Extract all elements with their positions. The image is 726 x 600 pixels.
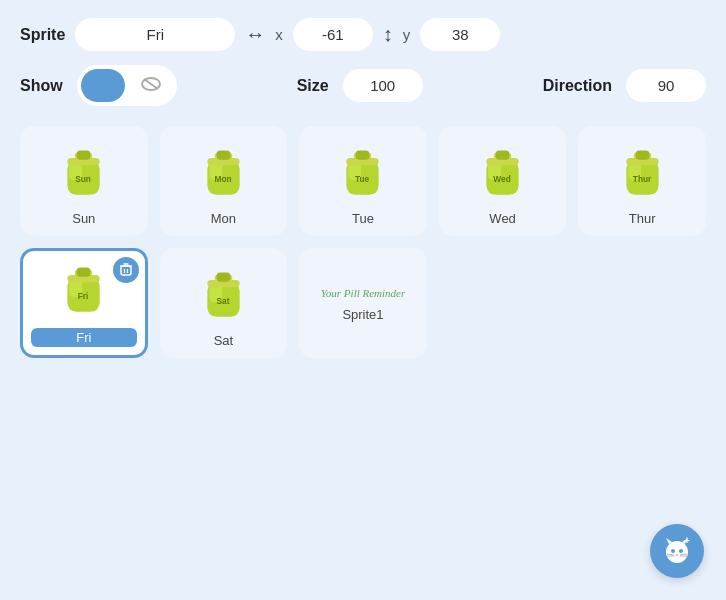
svg-text:+: + [684, 536, 690, 546]
svg-rect-9 [77, 151, 91, 160]
sprite-label-fri: Fri [31, 328, 137, 347]
add-sprite-button[interactable]: + [650, 524, 704, 578]
svg-text:Thur: Thur [633, 174, 652, 184]
size-label: Size [297, 77, 329, 95]
svg-point-56 [676, 554, 679, 556]
sprite-label-wed: Wed [449, 211, 557, 226]
app-container: Sprite ↔ x ↕ y Show Size [0, 0, 726, 600]
sprite-image-thur: Thur [615, 145, 670, 205]
sprite-card-fri[interactable]: Fri Fri [20, 248, 148, 358]
show-visible-button[interactable] [81, 69, 125, 102]
sprite-card-thur[interactable]: Thur Thur [578, 126, 706, 236]
sprite-label-tue: Tue [309, 211, 417, 226]
x-label: x [275, 26, 283, 43]
show-hidden-button[interactable] [129, 69, 173, 102]
direction-input[interactable] [626, 69, 706, 102]
svg-text:Fri: Fri [78, 291, 89, 301]
svg-point-1 [99, 81, 106, 88]
svg-rect-44 [77, 268, 91, 277]
sprite1-display-text: Your Pill Reminder [321, 286, 406, 300]
svg-rect-33 [635, 151, 649, 160]
sprite-image-mon: Mon [196, 145, 251, 205]
y-label: y [403, 26, 411, 43]
sprite-image-sat: Sat [196, 267, 251, 327]
svg-text:Sun: Sun [75, 174, 91, 184]
size-input[interactable] [343, 69, 423, 102]
y-input[interactable] [420, 18, 500, 51]
sprite-card-mon[interactable]: Mon Mon [160, 126, 288, 236]
sprite-name-input[interactable] [75, 18, 235, 51]
svg-text:Tue: Tue [355, 174, 370, 184]
x-input[interactable] [293, 18, 373, 51]
sprite-image-sun: Sun [56, 145, 111, 205]
sprite-label-sat: Sat [170, 333, 278, 348]
sprite-label-sun: Sun [30, 211, 138, 226]
sprite-card-sprite1[interactable]: Your Pill Reminder Sprite1 [299, 248, 427, 358]
top-bar: Sprite ↔ x ↕ y [20, 18, 706, 51]
delete-sprite-button[interactable] [113, 257, 139, 283]
svg-rect-21 [356, 151, 370, 160]
second-bar: Show Size Direction [20, 65, 706, 106]
sprite-label-sprite1: Sprite1 [309, 307, 417, 322]
svg-text:Mon: Mon [214, 174, 231, 184]
y-axis-icon: ↕ [383, 23, 393, 46]
sprite-card-wed[interactable]: Wed Wed [439, 126, 567, 236]
sprite-card-sun[interactable]: Sun Sun [20, 126, 148, 236]
x-axis-icon: ↔ [245, 23, 265, 46]
sprite-image-fri: Fri [56, 262, 111, 322]
cat-icon: + [662, 536, 692, 566]
sprite-card-sat[interactable]: Sat Sat [160, 248, 288, 358]
svg-point-55 [679, 549, 683, 553]
svg-line-3 [144, 79, 158, 89]
sprite-label-thur: Thur [588, 211, 696, 226]
svg-rect-27 [496, 151, 510, 160]
sprite-grid: Sun Sun Mon Mon Tue [20, 126, 706, 358]
svg-rect-15 [216, 151, 230, 160]
svg-text:Wed: Wed [493, 174, 510, 184]
sprite-image-tue: Tue [335, 145, 390, 205]
direction-label: Direction [543, 77, 612, 95]
sprite-image-wed: Wed [475, 145, 530, 205]
sprite-label-mon: Mon [170, 211, 278, 226]
svg-point-54 [671, 549, 675, 553]
visibility-toggle-group [77, 65, 177, 106]
sprite-label: Sprite [20, 26, 65, 44]
svg-text:Sat: Sat [216, 296, 229, 306]
svg-rect-50 [216, 273, 230, 282]
show-label: Show [20, 77, 63, 95]
svg-rect-34 [121, 266, 131, 275]
sprite-card-tue[interactable]: Tue Tue [299, 126, 427, 236]
